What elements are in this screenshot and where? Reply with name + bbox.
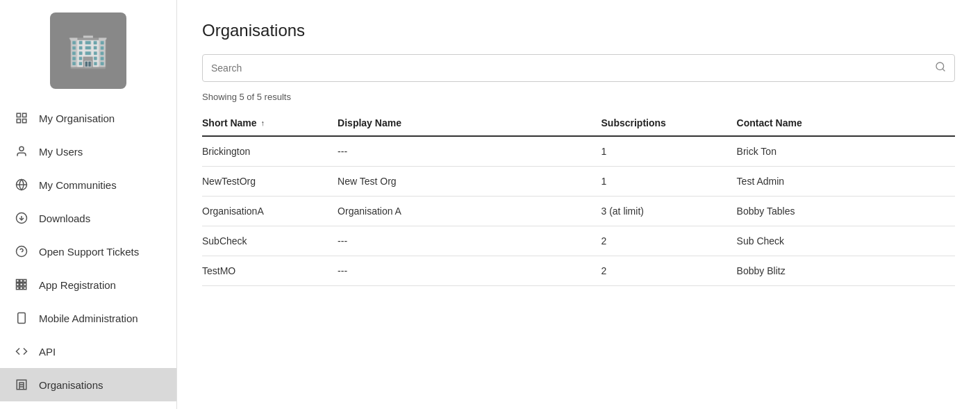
main-content: Organisations Showing 5 of 5 results Sho… <box>177 0 980 409</box>
cell-display_name: --- <box>338 226 601 256</box>
cell-contact_name: Bobby Blitz <box>737 256 955 286</box>
table-head: Short Name↑Display NameSubscriptionsCont… <box>202 112 955 136</box>
search-bar <box>202 54 955 82</box>
cell-contact_name: Brick Ton <box>737 136 955 167</box>
question-icon <box>14 244 29 259</box>
svg-rect-15 <box>20 283 23 286</box>
page-title: Organisations <box>202 21 955 40</box>
svg-rect-12 <box>20 280 23 283</box>
sidebar-item-label: Organisations <box>39 379 103 391</box>
col-label-short_name: Short Name <box>202 117 257 128</box>
svg-rect-13 <box>24 280 26 283</box>
mobile-icon <box>14 310 29 326</box>
apps-icon <box>14 277 29 292</box>
cell-short_name: OrganisationA <box>202 197 338 226</box>
cell-display_name: New Test Org <box>338 167 601 197</box>
cell-short_name: SubCheck <box>202 226 338 256</box>
col-label-subscriptions: Subscriptions <box>601 117 666 128</box>
sidebar-item-my-communities[interactable]: My Communities <box>0 168 176 201</box>
building-icon <box>14 377 29 392</box>
logo-box: 🏢 <box>50 12 126 89</box>
cell-short_name: NewTestOrg <box>202 167 338 197</box>
download-icon <box>14 210 29 226</box>
th-display_name: Display Name <box>338 112 601 136</box>
th-subscriptions: Subscriptions <box>601 112 737 136</box>
cell-subscriptions: 1 <box>601 167 737 197</box>
sidebar-item-app-registration[interactable]: App Registration <box>0 268 176 301</box>
cell-short_name: Brickington <box>202 136 338 167</box>
cell-display_name: Organisation A <box>338 197 601 226</box>
data-table: Short Name↑Display NameSubscriptionsCont… <box>202 112 955 286</box>
sort-arrow-short_name: ↑ <box>261 119 265 127</box>
cell-contact_name: Sub Check <box>737 226 955 256</box>
svg-point-4 <box>19 147 24 151</box>
th-contact_name: Contact Name <box>737 112 955 136</box>
svg-line-26 <box>942 69 945 71</box>
svg-rect-1 <box>23 113 26 117</box>
col-label-display_name: Display Name <box>338 117 401 128</box>
sidebar-item-mobile-administration[interactable]: Mobile Administration <box>0 301 176 335</box>
sidebar-item-label: Mobile Administration <box>39 312 138 324</box>
table-row[interactable]: OrganisationAOrganisation A3 (at limit)B… <box>202 197 955 226</box>
col-label-contact_name: Contact Name <box>737 117 802 128</box>
sidebar-item-label: My Organisation <box>39 112 115 124</box>
table-row[interactable]: Brickington---1Brick Ton <box>202 136 955 167</box>
table-header-row: Short Name↑Display NameSubscriptionsCont… <box>202 112 955 136</box>
cell-display_name: --- <box>338 136 601 167</box>
sidebar-item-label: My Users <box>39 146 83 158</box>
globe-icon <box>14 177 29 192</box>
sidebar-item-api[interactable]: API <box>0 335 176 368</box>
svg-rect-16 <box>24 283 26 286</box>
sidebar-item-label: Downloads <box>39 212 90 224</box>
sidebar-logo: 🏢 <box>0 0 176 101</box>
sidebar-item-label: Open Support Tickets <box>39 246 139 258</box>
cell-contact_name: Test Admin <box>737 167 955 197</box>
search-input[interactable] <box>211 62 935 74</box>
sidebar-item-open-support-tickets[interactable]: Open Support Tickets <box>0 235 176 268</box>
th-short_name[interactable]: Short Name↑ <box>202 112 338 136</box>
cell-subscriptions: 2 <box>601 256 737 286</box>
cell-subscriptions: 2 <box>601 226 737 256</box>
svg-rect-0 <box>17 113 20 117</box>
cell-short_name: TestMO <box>202 256 338 286</box>
person-icon <box>14 144 29 159</box>
sidebar-item-my-organisation[interactable]: My Organisation <box>0 101 176 135</box>
svg-rect-3 <box>23 119 26 123</box>
building-logo-icon: 🏢 <box>67 34 109 67</box>
sidebar: 🏢 My Organisation My Users My Communitie… <box>0 0 177 409</box>
sidebar-item-label: My Communities <box>39 179 117 191</box>
table-row[interactable]: SubCheck---2Sub Check <box>202 226 955 256</box>
search-icon <box>935 61 946 75</box>
svg-rect-17 <box>17 287 19 290</box>
grid-icon <box>14 110 29 126</box>
svg-rect-14 <box>17 283 19 286</box>
sidebar-nav: My Organisation My Users My Communities … <box>0 101 176 409</box>
table-row[interactable]: TestMO---2Bobby Blitz <box>202 256 955 286</box>
cell-subscriptions: 1 <box>601 136 737 167</box>
svg-rect-11 <box>17 280 19 283</box>
sidebar-item-organisations[interactable]: Organisations <box>0 368 176 401</box>
sidebar-item-downloads[interactable]: Downloads <box>0 201 176 235</box>
cell-contact_name: Bobby Tables <box>737 197 955 226</box>
results-count: Showing 5 of 5 results <box>202 92 955 102</box>
table-body: Brickington---1Brick TonNewTestOrgNew Te… <box>202 136 955 286</box>
cell-display_name: --- <box>338 256 601 286</box>
sidebar-item-my-users[interactable]: My Users <box>0 135 176 168</box>
api-icon <box>14 344 29 359</box>
svg-rect-18 <box>20 287 23 290</box>
svg-rect-2 <box>17 119 20 123</box>
table-row[interactable]: NewTestOrgNew Test Org1Test Admin <box>202 167 955 197</box>
sidebar-item-label: App Registration <box>39 279 116 291</box>
cell-subscriptions: 3 (at limit) <box>601 197 737 226</box>
svg-rect-19 <box>24 287 26 290</box>
sidebar-item-label: API <box>39 346 56 358</box>
